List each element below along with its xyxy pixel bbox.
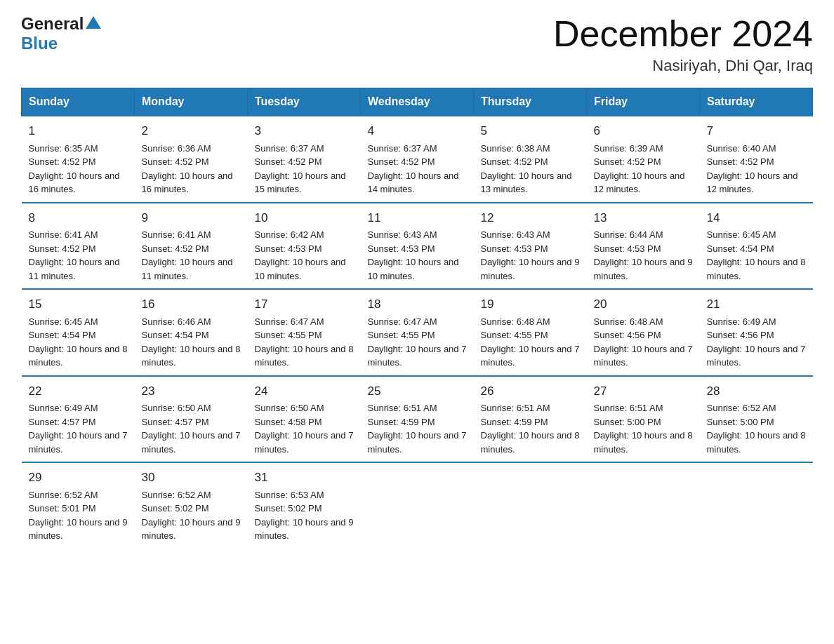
sunset-text: Sunset: 4:54 PM <box>707 243 774 254</box>
calendar-cell: 20Sunrise: 6:48 AMSunset: 4:56 PMDayligh… <box>587 289 700 376</box>
day-number: 31 <box>255 469 354 487</box>
calendar-cell: 12Sunrise: 6:43 AMSunset: 4:53 PMDayligh… <box>474 203 587 290</box>
sunset-text: Sunset: 4:52 PM <box>255 156 322 167</box>
daylight-text: Daylight: 10 hours and 15 minutes. <box>255 170 346 195</box>
day-number: 20 <box>594 295 693 314</box>
sunrise-text: Sunrise: 6:49 AM <box>707 316 776 327</box>
sunset-text: Sunset: 5:00 PM <box>594 417 661 427</box>
calendar-cell: 17Sunrise: 6:47 AMSunset: 4:55 PMDayligh… <box>248 289 361 376</box>
calendar-cell: 8Sunrise: 6:41 AMSunset: 4:52 PMDaylight… <box>22 203 135 290</box>
daylight-text: Daylight: 10 hours and 12 minutes. <box>594 170 685 195</box>
header-day-saturday: Saturday <box>700 88 813 116</box>
day-number: 17 <box>255 295 354 314</box>
subtitle: Nasiriyah, Dhi Qar, Iraq <box>553 57 813 75</box>
sunset-text: Sunset: 4:54 PM <box>142 330 209 340</box>
sunrise-text: Sunrise: 6:51 AM <box>481 403 550 413</box>
sunset-text: Sunset: 4:53 PM <box>481 243 548 254</box>
sunrise-text: Sunrise: 6:47 AM <box>255 316 324 327</box>
sunset-text: Sunset: 4:59 PM <box>368 417 435 427</box>
calendar-cell: 23Sunrise: 6:50 AMSunset: 4:57 PMDayligh… <box>135 376 248 463</box>
sunset-text: Sunset: 4:59 PM <box>481 417 548 427</box>
sunset-text: Sunset: 4:57 PM <box>142 417 209 427</box>
calendar-cell: 28Sunrise: 6:52 AMSunset: 5:00 PMDayligh… <box>700 376 813 463</box>
calendar-cell: 27Sunrise: 6:51 AMSunset: 5:00 PMDayligh… <box>587 376 700 463</box>
logo: General Blue <box>21 14 101 53</box>
sunrise-text: Sunrise: 6:47 AM <box>368 316 437 327</box>
week-row-3: 15Sunrise: 6:45 AMSunset: 4:54 PMDayligh… <box>22 289 813 376</box>
daylight-text: Daylight: 10 hours and 12 minutes. <box>707 170 798 195</box>
sunset-text: Sunset: 4:52 PM <box>142 243 209 254</box>
day-number: 5 <box>481 122 580 140</box>
day-number: 15 <box>29 295 128 314</box>
calendar-cell: 16Sunrise: 6:46 AMSunset: 4:54 PMDayligh… <box>135 289 248 376</box>
sunset-text: Sunset: 5:01 PM <box>29 503 96 514</box>
sunset-text: Sunset: 4:52 PM <box>29 243 96 254</box>
sunrise-text: Sunrise: 6:39 AM <box>594 143 663 154</box>
daylight-text: Daylight: 10 hours and 7 minutes. <box>29 430 128 455</box>
calendar-cell: 10Sunrise: 6:42 AMSunset: 4:53 PMDayligh… <box>248 203 361 290</box>
daylight-text: Daylight: 10 hours and 8 minutes. <box>142 344 241 368</box>
calendar-cell: 3Sunrise: 6:37 AMSunset: 4:52 PMDaylight… <box>248 116 361 203</box>
day-number: 8 <box>29 209 128 227</box>
daylight-text: Daylight: 10 hours and 8 minutes. <box>481 430 580 455</box>
logo-triangle-icon <box>86 16 101 29</box>
daylight-text: Daylight: 10 hours and 7 minutes. <box>368 430 467 455</box>
calendar-cell: 6Sunrise: 6:39 AMSunset: 4:52 PMDaylight… <box>587 116 700 203</box>
calendar-cell: 11Sunrise: 6:43 AMSunset: 4:53 PMDayligh… <box>361 203 474 290</box>
header-row: SundayMondayTuesdayWednesdayThursdayFrid… <box>22 88 813 116</box>
daylight-text: Daylight: 10 hours and 10 minutes. <box>368 257 459 281</box>
sunset-text: Sunset: 4:55 PM <box>368 330 435 340</box>
daylight-text: Daylight: 10 hours and 9 minutes. <box>594 257 693 281</box>
day-number: 9 <box>142 209 241 227</box>
day-number: 1 <box>29 122 128 140</box>
sunset-text: Sunset: 4:55 PM <box>481 330 548 340</box>
daylight-text: Daylight: 10 hours and 7 minutes. <box>255 430 354 455</box>
daylight-text: Daylight: 10 hours and 10 minutes. <box>255 257 346 281</box>
sunrise-text: Sunrise: 6:44 AM <box>594 229 663 240</box>
week-row-2: 8Sunrise: 6:41 AMSunset: 4:52 PMDaylight… <box>22 203 813 290</box>
daylight-text: Daylight: 10 hours and 16 minutes. <box>29 170 120 195</box>
calendar-cell <box>361 462 474 549</box>
sunrise-text: Sunrise: 6:52 AM <box>707 403 776 413</box>
sunset-text: Sunset: 4:52 PM <box>29 156 96 167</box>
daylight-text: Daylight: 10 hours and 9 minutes. <box>142 517 241 542</box>
sunrise-text: Sunrise: 6:53 AM <box>255 490 324 500</box>
daylight-text: Daylight: 10 hours and 14 minutes. <box>368 170 459 195</box>
day-number: 29 <box>29 469 128 487</box>
sunrise-text: Sunrise: 6:40 AM <box>707 143 776 154</box>
day-number: 11 <box>368 209 467 227</box>
day-number: 28 <box>707 382 806 401</box>
sunset-text: Sunset: 4:57 PM <box>29 417 96 427</box>
calendar-cell: 13Sunrise: 6:44 AMSunset: 4:53 PMDayligh… <box>587 203 700 290</box>
header-day-friday: Friday <box>587 88 700 116</box>
sunrise-text: Sunrise: 6:49 AM <box>29 403 98 413</box>
calendar-body: 1Sunrise: 6:35 AMSunset: 4:52 PMDaylight… <box>22 116 813 549</box>
sunrise-text: Sunrise: 6:43 AM <box>481 229 550 240</box>
calendar-cell: 5Sunrise: 6:38 AMSunset: 4:52 PMDaylight… <box>474 116 587 203</box>
sunrise-text: Sunrise: 6:45 AM <box>707 229 776 240</box>
logo-general-text: General <box>21 14 84 34</box>
day-number: 12 <box>481 209 580 227</box>
sunset-text: Sunset: 4:52 PM <box>142 156 209 167</box>
sunset-text: Sunset: 4:52 PM <box>368 156 435 167</box>
sunrise-text: Sunrise: 6:38 AM <box>481 143 550 154</box>
sunrise-text: Sunrise: 6:51 AM <box>368 403 437 413</box>
sunset-text: Sunset: 4:53 PM <box>594 243 661 254</box>
header-day-wednesday: Wednesday <box>361 88 474 116</box>
sunset-text: Sunset: 4:52 PM <box>594 156 661 167</box>
day-number: 22 <box>29 382 128 401</box>
day-number: 14 <box>707 209 806 227</box>
calendar-cell: 31Sunrise: 6:53 AMSunset: 5:02 PMDayligh… <box>248 462 361 549</box>
logo-blue-text: Blue <box>21 34 58 53</box>
calendar-table: SundayMondayTuesdayWednesdayThursdayFrid… <box>21 88 813 549</box>
daylight-text: Daylight: 10 hours and 9 minutes. <box>255 517 354 542</box>
daylight-text: Daylight: 10 hours and 11 minutes. <box>142 257 233 281</box>
sunset-text: Sunset: 4:58 PM <box>255 417 322 427</box>
sunrise-text: Sunrise: 6:37 AM <box>368 143 437 154</box>
day-number: 25 <box>368 382 467 401</box>
daylight-text: Daylight: 10 hours and 8 minutes. <box>707 257 806 281</box>
calendar-header: SundayMondayTuesdayWednesdayThursdayFrid… <box>22 88 813 116</box>
daylight-text: Daylight: 10 hours and 7 minutes. <box>142 430 241 455</box>
calendar-cell: 26Sunrise: 6:51 AMSunset: 4:59 PMDayligh… <box>474 376 587 463</box>
day-number: 26 <box>481 382 580 401</box>
